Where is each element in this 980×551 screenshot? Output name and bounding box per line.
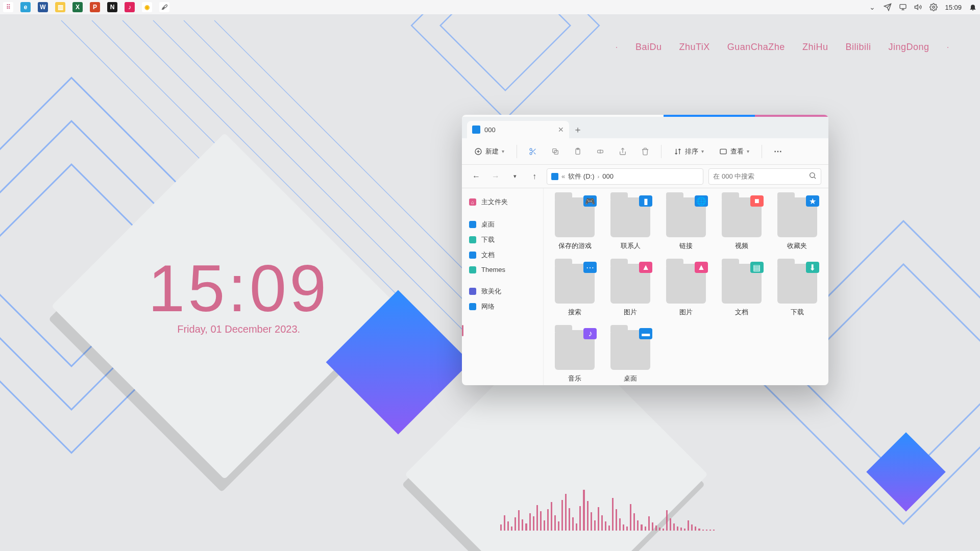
sidebar-item-label: Themes bbox=[481, 266, 505, 273]
svg-rect-11 bbox=[411, 0, 599, 119]
folder-badge-icon: ▮ bbox=[639, 195, 652, 207]
sidebar-item-label: 下载 bbox=[481, 235, 495, 244]
taskbar-app-music[interactable]: ♪ bbox=[125, 2, 135, 12]
search-box[interactable] bbox=[708, 168, 821, 185]
taskbar-app-paint[interactable]: 🖌 bbox=[159, 2, 169, 12]
new-button-label: 新建 bbox=[485, 147, 499, 156]
sidebar-item-label: 网络 bbox=[481, 302, 495, 311]
visualizer-bar bbox=[630, 504, 631, 531]
copy-button[interactable] bbox=[547, 143, 564, 160]
sidebar-item-label: 致美化 bbox=[481, 287, 501, 296]
visualizer-bar bbox=[612, 498, 614, 531]
folder-item[interactable]: 🌐链接 bbox=[665, 197, 707, 251]
breadcrumb-folder[interactable]: 000 bbox=[602, 172, 614, 180]
taskbar-app-edge[interactable]: e bbox=[20, 2, 31, 12]
folder-item[interactable]: ▤文档 bbox=[720, 264, 763, 317]
breadcrumb[interactable]: « 软件 (D:) › 000 bbox=[547, 168, 703, 185]
tray-monitor-icon[interactable] bbox=[899, 3, 907, 11]
paste-button[interactable] bbox=[569, 143, 586, 160]
folder-item[interactable]: ⋯搜索 bbox=[554, 264, 596, 317]
nav-forward-button[interactable]: → bbox=[488, 169, 503, 184]
visualizer-bar bbox=[616, 509, 617, 531]
cut-button[interactable] bbox=[524, 143, 542, 160]
chevron-down-icon: ▾ bbox=[502, 148, 504, 154]
explorer-tab[interactable]: 000 ✕ bbox=[467, 121, 569, 138]
visualizer-bar bbox=[572, 517, 574, 531]
taskbar: ⠿eW▥XPN♪◉🖌 ⌄ 15:09 bbox=[0, 0, 980, 14]
folder-item[interactable]: ♪音乐 bbox=[554, 330, 596, 383]
folder-item[interactable]: ★收藏夹 bbox=[776, 197, 818, 251]
taskbar-app-files[interactable]: ▥ bbox=[55, 2, 65, 12]
nav-up-button[interactable]: ↑ bbox=[527, 169, 542, 184]
sidebar-item[interactable]: 文档 bbox=[462, 247, 543, 263]
desktop-link[interactable]: GuanChaZhe bbox=[727, 42, 785, 53]
folder-item[interactable]: ▲图片 bbox=[609, 264, 652, 317]
visualizer-bar bbox=[698, 529, 700, 531]
share-button[interactable] bbox=[614, 143, 631, 160]
new-tab-button[interactable]: ＋ bbox=[569, 121, 586, 138]
sidebar-item[interactable]: 下载 bbox=[462, 232, 543, 247]
folder-label: 保存的游戏 bbox=[558, 241, 592, 251]
taskbar-app-notion[interactable]: N bbox=[107, 2, 117, 12]
desktop-link[interactable]: JingDong bbox=[888, 42, 929, 53]
new-button[interactable]: 新建 ▾ bbox=[469, 144, 509, 159]
visualizer-bar bbox=[551, 502, 552, 531]
sidebar-home[interactable]: ⌂ 主文件夹 bbox=[462, 194, 543, 210]
taskbar-app-chrome[interactable]: ◉ bbox=[142, 2, 152, 12]
sidebar-accent bbox=[462, 325, 463, 336]
rename-button[interactable] bbox=[592, 143, 609, 160]
visualizer-bar bbox=[673, 523, 675, 531]
sidebar-item-icon bbox=[469, 252, 476, 259]
visualizer-bar bbox=[507, 521, 509, 531]
folder-item[interactable]: ▲图片 bbox=[665, 264, 707, 317]
nav-back-button[interactable]: ← bbox=[469, 169, 483, 184]
taskbar-app-excel[interactable]: X bbox=[72, 2, 83, 12]
delete-button[interactable] bbox=[636, 143, 654, 160]
folder-thumb: ▬ bbox=[610, 330, 650, 370]
system-tray: ⌄ 15:09 bbox=[868, 3, 977, 11]
folder-item[interactable]: ■视频 bbox=[720, 197, 763, 251]
visualizer-bar bbox=[533, 516, 534, 531]
folder-label: 文档 bbox=[735, 308, 748, 317]
search-icon[interactable] bbox=[808, 171, 817, 181]
sort-button[interactable]: 排序 ▾ bbox=[669, 144, 709, 159]
folder-item[interactable]: 🎮保存的游戏 bbox=[554, 197, 596, 251]
desktop-link[interactable]: ZhiHu bbox=[802, 42, 828, 53]
folder-badge-icon: ▤ bbox=[750, 262, 764, 273]
folder-item[interactable]: ▬桌面 bbox=[609, 330, 652, 383]
nav-history-chevron[interactable]: ▾ bbox=[508, 169, 522, 184]
tray-send-icon[interactable] bbox=[884, 3, 892, 11]
visualizer-bar bbox=[706, 530, 707, 531]
visualizer-bar bbox=[598, 507, 599, 531]
visualizer-bar bbox=[623, 524, 624, 531]
taskbar-app-ppt[interactable]: P bbox=[90, 2, 100, 12]
tray-volume-icon[interactable] bbox=[914, 3, 922, 11]
desktop-link[interactable]: BaiDu bbox=[635, 42, 662, 53]
folder-item[interactable]: ▮联系人 bbox=[609, 197, 652, 251]
view-button[interactable]: 查看 ▾ bbox=[714, 144, 754, 159]
tray-chevron-icon[interactable]: ⌄ bbox=[868, 3, 876, 11]
more-button[interactable]: ⋯ bbox=[769, 143, 787, 160]
folder-item[interactable]: ⬇下载 bbox=[776, 264, 818, 317]
tray-settings-icon[interactable] bbox=[929, 3, 938, 11]
tray-clock[interactable]: 15:09 bbox=[945, 4, 962, 11]
taskbar-apps: ⠿eW▥XPN♪◉🖌 bbox=[3, 2, 169, 12]
sidebar-item[interactable]: 致美化 bbox=[462, 284, 543, 299]
breadcrumb-drive[interactable]: 软件 (D:) bbox=[568, 172, 594, 181]
sidebar-item[interactable]: 网络 bbox=[462, 299, 543, 314]
tray-notifications-icon[interactable] bbox=[969, 3, 977, 11]
visualizer-bar bbox=[569, 508, 570, 531]
tab-close-icon[interactable]: ✕ bbox=[558, 126, 564, 134]
desktop-link[interactable]: ZhuTiX bbox=[679, 42, 709, 53]
taskbar-app-start[interactable]: ⠿ bbox=[3, 2, 13, 12]
visualizer-bar bbox=[652, 522, 653, 531]
explorer-address-bar: ← → ▾ ↑ « 软件 (D:) › 000 bbox=[462, 165, 828, 188]
desktop-link[interactable]: Bilibili bbox=[845, 42, 871, 53]
taskbar-app-word[interactable]: W bbox=[38, 2, 48, 12]
search-input[interactable] bbox=[713, 172, 808, 180]
sidebar-item[interactable]: 桌面 bbox=[462, 217, 543, 232]
folder-thumb: ■ bbox=[722, 197, 762, 237]
visualizer-bar bbox=[691, 524, 693, 531]
visualizer-bar bbox=[605, 521, 606, 531]
sidebar-item[interactable]: Themes bbox=[462, 263, 543, 277]
